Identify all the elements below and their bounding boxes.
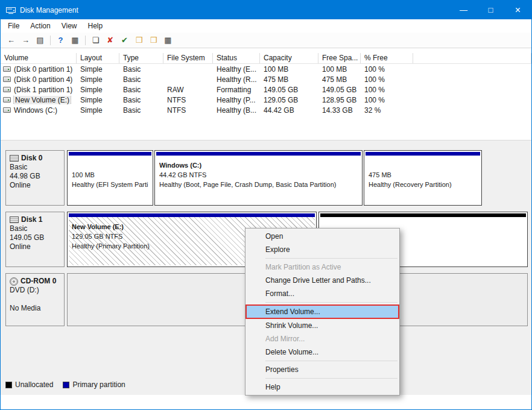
partition-windows-c[interactable]: Windows (C:) 44.42 GB NTFS Healthy (Boot…: [154, 150, 363, 206]
legend-primary-partition: Primary partition: [63, 380, 125, 389]
column-volume[interactable]: Volume: [1, 53, 77, 63]
action-pane-icon[interactable]: ❏: [89, 34, 103, 47]
table-row[interactable]: New Volume (E:) Simple Basic NTFS Health…: [1, 95, 531, 105]
column-type[interactable]: Type: [119, 53, 163, 63]
percent-free-cell: 100 %: [361, 86, 413, 94]
layout-cell: Simple: [77, 86, 119, 94]
disk-name: CD-ROM 0: [21, 277, 56, 286]
column-filler: [413, 53, 531, 63]
volume-list-header: Volume Layout Type File System Status Ca…: [1, 53, 531, 64]
open-folder-icon[interactable]: ❒: [132, 34, 146, 47]
minimize-button[interactable]: —: [450, 1, 477, 19]
menu-action[interactable]: Action: [25, 19, 55, 33]
toolbar-separator: [50, 36, 51, 45]
partition-efi[interactable]: 100 MB Healthy (EFI System Parti: [67, 150, 153, 206]
primary-partition-swatch: [63, 382, 69, 388]
delete-volume-icon[interactable]: ✘: [103, 34, 117, 47]
column-layout[interactable]: Layout: [77, 53, 119, 63]
layout-cell: Simple: [77, 75, 119, 84]
disk-kind: Basic: [10, 163, 62, 172]
menu-item-open[interactable]: Open: [245, 230, 399, 243]
menu-view[interactable]: View: [56, 19, 83, 33]
type-cell: Basic: [119, 96, 163, 104]
legend-label: Unallocated: [15, 380, 53, 389]
title-bar[interactable]: Disk Management — □ ×: [1, 1, 531, 19]
table-row[interactable]: (Disk 1 partition 1) Simple Basic RAW Fo…: [1, 84, 531, 95]
drive-icon: [3, 77, 11, 82]
disk-name: Disk 1: [21, 215, 42, 224]
disk-name: Disk 0: [21, 154, 42, 163]
menu-file[interactable]: File: [2, 19, 25, 33]
percent-free-cell: 100 %: [361, 75, 413, 84]
file-system-cell: NTFS: [163, 96, 213, 104]
attributes-icon[interactable]: ▦: [161, 34, 175, 47]
partition-recovery[interactable]: 475 MB Healthy (Recovery Partition): [364, 150, 482, 206]
cdrom-panel[interactable]: CD-ROM 0 DVD (D:) No Media: [5, 273, 65, 326]
disk-status: Online: [10, 242, 62, 251]
forward-icon[interactable]: →: [19, 34, 33, 47]
table-row[interactable]: Windows (C:) Simple Basic NTFS Healthy (…: [1, 105, 531, 115]
disk-status: No Media: [10, 304, 62, 313]
free-space-cell: 149.05 GB: [318, 86, 361, 94]
volume-label: (Disk 0 partition 4): [14, 75, 72, 84]
file-system-cell: NTFS: [163, 106, 213, 115]
app-icon: [6, 6, 16, 14]
menu-item-format[interactable]: Format...: [245, 287, 399, 300]
help-icon[interactable]: ?: [54, 34, 68, 47]
menu-separator: [265, 302, 397, 303]
volume-cell: (Disk 0 partition 1): [1, 65, 77, 74]
column-free-space[interactable]: Free Spa...: [318, 53, 361, 63]
free-space-cell: 14.33 GB: [318, 106, 361, 115]
maximize-button[interactable]: □: [477, 1, 504, 19]
menu-item-change-drive-letter[interactable]: Change Drive Letter and Paths...: [245, 274, 399, 287]
percent-free-cell: 32 %: [361, 106, 413, 115]
status-cell: Healthy (R...: [213, 75, 260, 84]
menu-help[interactable]: Help: [83, 19, 109, 33]
type-cell: Basic: [119, 106, 163, 115]
export-list-icon[interactable]: ▦: [68, 34, 82, 47]
back-icon[interactable]: ←: [4, 34, 18, 47]
explore-folder-icon[interactable]: ❒: [147, 34, 160, 47]
volume-label: (Disk 1 partition 1): [14, 86, 72, 94]
capacity-cell: 149.05 GB: [260, 86, 318, 94]
menu-item-explore[interactable]: Explore: [245, 243, 399, 256]
unallocated-swatch: [5, 382, 12, 388]
table-row[interactable]: (Disk 0 partition 4) Simple Basic Health…: [1, 74, 531, 84]
column-file-system[interactable]: File System: [163, 53, 213, 63]
menu-item-extend-volume[interactable]: Extend Volume...: [245, 304, 399, 319]
menu-item-shrink-volume[interactable]: Shrink Volume...: [245, 319, 399, 332]
menu-item-delete-volume[interactable]: Delete Volume...: [245, 345, 399, 359]
column-capacity[interactable]: Capacity: [260, 53, 318, 63]
window-title: Disk Management: [20, 6, 78, 14]
drive-icon: [3, 107, 11, 113]
menu-item-help[interactable]: Help: [245, 380, 399, 394]
volume-label: New Volume (E:): [14, 96, 71, 104]
disk-status: Online: [10, 181, 62, 190]
show-console-tree-icon[interactable]: ▤: [33, 34, 47, 47]
column-status[interactable]: Status: [213, 53, 260, 63]
partition-size: 100 MB: [72, 170, 150, 180]
close-button[interactable]: ×: [504, 1, 531, 19]
legend-unallocated: Unallocated: [5, 380, 53, 389]
disk-icon: [10, 155, 19, 162]
layout-cell: Simple: [77, 65, 119, 74]
disk-kind: Basic: [10, 224, 62, 233]
menu-item-mark-partition-active: Mark Partition as Active: [245, 260, 399, 274]
volume-cell: (Disk 0 partition 4): [1, 75, 77, 84]
table-row[interactable]: (Disk 0 partition 1) Simple Basic Health…: [1, 64, 531, 74]
mark-active-icon[interactable]: ✔: [118, 34, 131, 47]
menu-item-add-mirror: Add Mirror...: [245, 332, 399, 345]
column-percent-free[interactable]: % Free: [361, 53, 413, 63]
volume-list: Volume Layout Type File System Status Ca…: [1, 48, 531, 140]
percent-free-cell: 100 %: [361, 96, 413, 104]
partition-status: Healthy (Recovery Partition): [369, 180, 478, 189]
capacity-cell: 475 MB: [260, 75, 318, 84]
drive-icon: [3, 87, 11, 92]
menu-item-properties[interactable]: Properties: [245, 363, 399, 376]
type-cell: Basic: [119, 65, 163, 74]
legend: Unallocated Primary partition: [5, 380, 125, 389]
disk1-panel[interactable]: Disk 1 Basic 149.05 GB Online: [5, 212, 65, 267]
partition-status: Healthy (EFI System Parti: [72, 180, 150, 189]
disk0-panel[interactable]: Disk 0 Basic 44.98 GB Online: [5, 150, 65, 206]
cd-icon: [10, 277, 18, 286]
